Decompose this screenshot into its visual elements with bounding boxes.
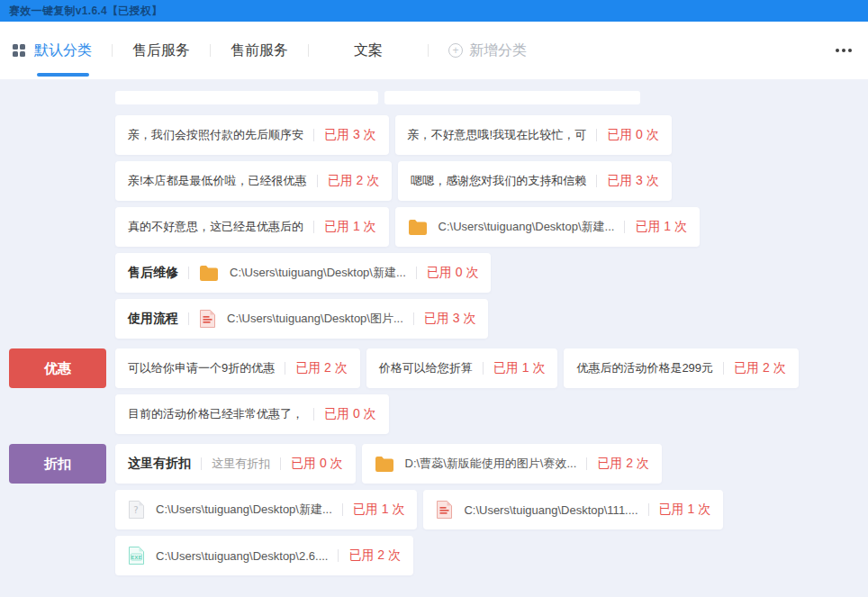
snippet-text: 真的不好意思，这已经是优惠后的 (128, 219, 303, 235)
snippet-card[interactable]: 亲，不好意思哦!我现在比较忙，可 已用 0 次 (395, 115, 672, 155)
tab-separator (210, 44, 211, 57)
file-path: C:\Users\tuiguang\Desktop\2.6.... (156, 549, 328, 563)
usage-badge: 已用 0 次 (607, 127, 659, 143)
usage-badge: 已用 3 次 (324, 127, 376, 143)
divider (648, 503, 649, 516)
snippet-card[interactable]: 目前的活动价格已经非常优惠了， 已用 0 次 (115, 394, 389, 434)
tab-pre-sales[interactable]: 售前服务 (231, 22, 288, 79)
divider (201, 457, 202, 470)
snippet-text: 优惠后的活动价格是299元 (576, 360, 713, 376)
divider (313, 129, 314, 141)
section-youhui: 优惠 可以给你申请一个9折的优惠 已用 2 次 价格可以给您折算 已用 1 次 … (0, 348, 868, 434)
usage-badge: 已用 1 次 (659, 502, 711, 518)
folder-icon (375, 456, 394, 473)
partial-card[interactable] (384, 91, 640, 104)
titled-file-card[interactable]: 售后维修 C:\Users\tuiguang\Desktop\新建... 已用 … (115, 253, 491, 293)
more-menu-icon[interactable] (834, 43, 854, 58)
snippet-card[interactable]: 亲，我们会按照付款的先后顺序安 已用 3 次 (115, 115, 389, 155)
tab-label: 售前服务 (231, 41, 288, 60)
divider (723, 362, 724, 375)
usage-badge: 已用 1 次 (353, 502, 405, 518)
file-path: C:\Users\tuiguang\Desktop\新建... (439, 219, 615, 235)
snippet-card[interactable]: 亲!本店都是最低价啦，已经很优惠 已用 2 次 (115, 161, 392, 201)
file-path: C:\Users\tuiguang\Desktop\新建... (156, 502, 332, 518)
file-card[interactable]: C:\Users\tuiguang\Desktop\111.... 已用 1 次 (423, 490, 723, 529)
divider (596, 175, 597, 187)
divider (313, 221, 314, 233)
snippet-title: 这里有折扣 (128, 456, 191, 472)
card-row: 真的不好意思，这已经是优惠后的 已用 1 次 C:\Users\tuiguang… (115, 207, 868, 247)
tab-after-sales[interactable]: 售后服务 (132, 22, 190, 79)
svg-text:EXE: EXE (131, 555, 142, 560)
document-red-icon (436, 500, 453, 520)
file-card[interactable]: EXE C:\Users\tuiguang\Desktop\2.6.... 已用… (115, 536, 413, 575)
card-row: ? C:\Users\tuiguang\Desktop\新建... 已用 1 次… (115, 490, 868, 529)
snippet-text: 目前的活动价格已经非常优惠了， (128, 406, 303, 422)
card-row: 可以给你申请一个9折的优惠 已用 2 次 价格可以给您折算 已用 1 次 优惠后… (115, 348, 868, 388)
titled-snippet-card[interactable]: 这里有折扣 这里有折扣 已用 0 次 (115, 444, 356, 484)
grid-icon (13, 44, 25, 57)
divider (483, 362, 484, 375)
card-row: 售后维修 C:\Users\tuiguang\Desktop\新建... 已用 … (115, 253, 868, 293)
folder-icon (408, 219, 428, 236)
divider (280, 457, 281, 470)
file-path: D:\曹蕊\新版能使用的图片\赛效... (405, 456, 577, 472)
divider (624, 221, 625, 233)
divider (188, 267, 189, 279)
snippet-list-area: 亲，我们会按照付款的先后顺序安 已用 3 次 亲，不好意思哦!我现在比较忙，可 … (0, 79, 868, 597)
divider (285, 362, 285, 375)
file-path: C:\Users\tuiguang\Desktop\111.... (464, 503, 637, 517)
usage-badge: 已用 3 次 (607, 173, 659, 189)
usage-badge: 已用 1 次 (635, 219, 687, 235)
file-path: C:\Users\tuiguang\Desktop\新建... (230, 265, 406, 281)
snippet-title: 售后维修 (128, 265, 178, 281)
snippet-card[interactable]: 可以给你申请一个9折的优惠 已用 2 次 (115, 348, 360, 388)
titled-file-card[interactable]: 使用流程 C:\Users\tuiguang\Desktop\图片... 已用 … (115, 299, 488, 339)
snippet-text: 亲!本店都是最低价啦，已经很优惠 (128, 173, 307, 189)
divider (188, 312, 189, 325)
tab-copywriting[interactable]: 文案 (329, 22, 408, 79)
tab-label: 文案 (354, 41, 383, 60)
document-red-icon (199, 309, 216, 329)
usage-badge: 已用 0 次 (324, 406, 376, 422)
folder-icon (199, 265, 219, 282)
tab-separator (308, 44, 309, 57)
tab-label: 默认分类 (34, 41, 92, 60)
add-category-button[interactable]: 新增分类 (448, 22, 527, 79)
category-label-zhekou[interactable]: 折扣 (9, 444, 106, 484)
file-card[interactable]: D:\曹蕊\新版能使用的图片\赛效... 已用 2 次 (362, 444, 662, 484)
file-path: C:\Users\tuiguang\Desktop\图片... (227, 311, 403, 327)
snippet-text: 嗯嗯，感谢您对我们的支持和信赖 (411, 173, 586, 189)
tab-separator (428, 44, 429, 57)
category-label-youhui[interactable]: 优惠 (9, 348, 106, 388)
snippet-card[interactable]: 真的不好意思，这已经是优惠后的 已用 1 次 (115, 207, 389, 247)
divider (342, 503, 343, 516)
tab-label: 售后服务 (132, 41, 190, 60)
partial-card-row (115, 91, 868, 104)
exe-file-icon: EXE (128, 546, 145, 565)
snippet-card[interactable]: 优惠后的活动价格是299元 已用 2 次 (564, 348, 798, 388)
usage-badge: 已用 1 次 (493, 360, 546, 376)
usage-badge: 已用 0 次 (291, 456, 343, 472)
tab-default-category[interactable]: 默认分类 (34, 22, 92, 79)
divider (338, 549, 339, 562)
snippet-title: 使用流程 (128, 311, 178, 327)
add-category-label: 新增分类 (469, 41, 527, 60)
divider (413, 312, 414, 325)
usage-badge: 已用 2 次 (328, 173, 380, 189)
file-card[interactable]: C:\Users\tuiguang\Desktop\新建... 已用 1 次 (395, 207, 700, 247)
divider (317, 175, 318, 187)
file-card[interactable]: ? C:\Users\tuiguang\Desktop\新建... 已用 1 次 (115, 490, 417, 529)
snippet-card[interactable]: 嗯嗯，感谢您对我们的支持和信赖 已用 3 次 (398, 161, 672, 201)
category-tab-bar: 默认分类 售后服务 售前服务 文案 新增分类 (0, 22, 868, 79)
snippet-text: 价格可以给您折算 (379, 360, 473, 376)
snippet-card[interactable]: 价格可以给您折算 已用 1 次 (366, 348, 558, 388)
partial-card[interactable] (115, 91, 378, 104)
svg-text:?: ? (133, 505, 138, 515)
snippet-text: 亲，我们会按照付款的先后顺序安 (128, 127, 303, 143)
usage-badge: 已用 2 次 (734, 360, 786, 376)
snippet-subtext: 这里有折扣 (212, 456, 270, 472)
card-row: 目前的活动价格已经非常优惠了， 已用 0 次 (115, 394, 868, 434)
card-row: 这里有折扣 这里有折扣 已用 0 次 D:\曹蕊\新版能使用的图片\赛效... … (115, 444, 868, 484)
usage-badge: 已用 3 次 (424, 311, 476, 327)
